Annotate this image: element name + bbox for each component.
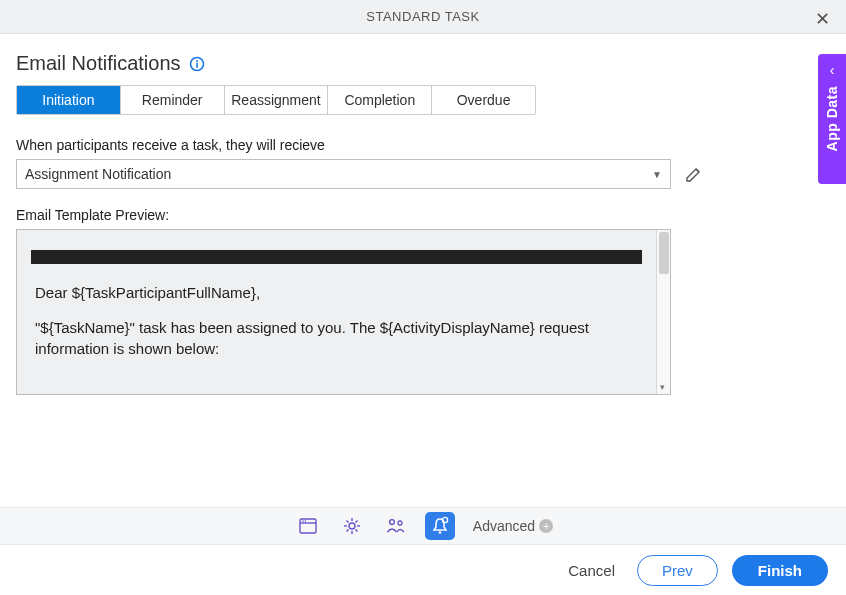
preview-label: Email Template Preview:	[16, 207, 830, 223]
tab-reassignment[interactable]: Reassignment	[225, 86, 329, 114]
scroll-down-icon[interactable]: ▾	[660, 382, 665, 392]
cancel-button[interactable]: Cancel	[560, 556, 623, 585]
tab-reminder[interactable]: Reminder	[121, 86, 225, 114]
advanced-toggle[interactable]: Advanced +	[473, 518, 553, 534]
preview-header-bar	[31, 250, 642, 264]
preview-content: Dear ${TaskParticipantFullName}, "${Task…	[17, 230, 656, 394]
svg-line-13	[355, 530, 357, 532]
step-people-icon[interactable]	[381, 512, 411, 540]
preview-body: "${TaskName}" task has been assigned to …	[35, 317, 638, 359]
page-title-row: Email Notifications	[16, 52, 830, 75]
tab-overdue[interactable]: Overdue	[432, 86, 535, 114]
modal-header: STANDARD TASK ✕	[0, 0, 846, 34]
chevron-down-icon: ▼	[652, 169, 662, 180]
notification-select-value: Assignment Notification	[25, 166, 171, 182]
preview-scrollbar[interactable]: ▾	[656, 230, 670, 394]
plus-circle-icon: +	[539, 519, 553, 533]
receive-label: When participants receive a task, they w…	[16, 137, 830, 153]
step-form-icon[interactable]	[293, 512, 323, 540]
app-data-label: App Data	[824, 86, 840, 151]
svg-line-15	[355, 521, 357, 523]
svg-point-7	[349, 523, 355, 529]
svg-rect-2	[196, 62, 198, 67]
svg-point-17	[398, 521, 402, 525]
page-title: Email Notifications	[16, 52, 181, 75]
modal-title: STANDARD TASK	[366, 9, 479, 24]
close-icon[interactable]: ✕	[809, 6, 836, 32]
step-gear-icon[interactable]	[337, 512, 367, 540]
finish-button[interactable]: Finish	[732, 555, 828, 586]
tab-initiation[interactable]: Initiation	[17, 86, 121, 114]
chevron-left-icon: ‹	[830, 62, 835, 78]
step-notification-icon[interactable]	[425, 512, 455, 540]
svg-point-5	[302, 520, 304, 522]
svg-point-1	[196, 60, 198, 62]
preview-text: Dear ${TaskParticipantFullName}, "${Task…	[17, 282, 656, 359]
email-preview: Dear ${TaskParticipantFullName}, "${Task…	[16, 229, 671, 395]
svg-line-12	[346, 521, 348, 523]
preview-greeting: Dear ${TaskParticipantFullName},	[35, 282, 638, 303]
scroll-thumb[interactable]	[659, 232, 669, 274]
advanced-label: Advanced	[473, 518, 535, 534]
content-area: Email Notifications Initiation Reminder …	[0, 34, 846, 395]
svg-point-18	[439, 531, 442, 534]
svg-line-14	[346, 530, 348, 532]
footer: Cancel Prev Finish	[0, 545, 846, 595]
svg-point-6	[304, 520, 306, 522]
receive-row: Assignment Notification ▼	[16, 159, 830, 189]
prev-button[interactable]: Prev	[637, 555, 718, 586]
step-icon-bar: Advanced +	[0, 507, 846, 545]
info-icon[interactable]	[189, 56, 205, 72]
tab-completion[interactable]: Completion	[328, 86, 432, 114]
app-data-panel-toggle[interactable]: ‹ App Data	[818, 54, 846, 184]
subtab-bar: Initiation Reminder Reassignment Complet…	[16, 85, 536, 115]
edit-icon[interactable]	[681, 161, 707, 187]
svg-point-16	[389, 520, 394, 525]
notification-select[interactable]: Assignment Notification ▼	[16, 159, 671, 189]
